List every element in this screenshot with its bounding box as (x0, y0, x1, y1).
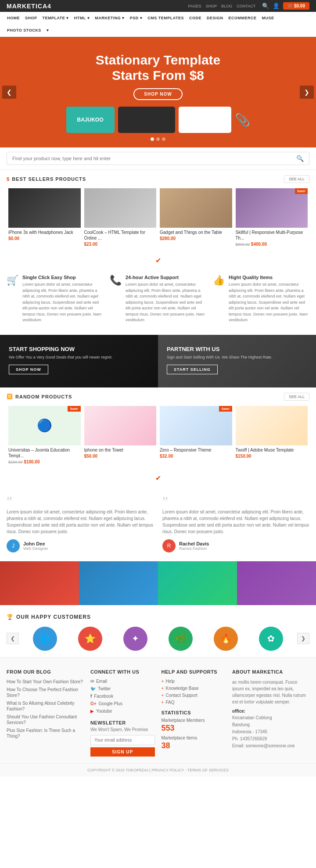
author-2-name: Rachel Davis (179, 541, 209, 546)
product-image-2[interactable] (84, 188, 157, 228)
dollar-icon: $ (7, 176, 10, 182)
help-link-3[interactable]: +Contact Support (162, 693, 226, 698)
random-product-image-4[interactable] (236, 406, 308, 445)
random-product-price-4: $150.00 (236, 454, 308, 459)
pages-link[interactable]: PAGES (188, 4, 201, 8)
facebook-link[interactable]: f Facebook (90, 694, 155, 699)
blog-title: FROM OUR BLOG (7, 669, 84, 674)
product-image-4[interactable]: Sale! (236, 188, 308, 228)
banner-1-cta[interactable]: SHOP NOW (9, 365, 48, 374)
nav-code[interactable]: CODE (187, 12, 204, 24)
random-product-image-3[interactable]: Sale! (160, 406, 232, 445)
customer-logo-1[interactable]: 🌐 (33, 627, 57, 651)
search-container: 🔍 (7, 152, 309, 165)
testimonial-1-text: Lorem ipsum dolor sit amet, consectetur … (7, 509, 154, 535)
hero-prev-button[interactable]: ❮ (2, 86, 16, 99)
customer-logo-4[interactable]: 🌿 (169, 627, 193, 651)
cart-button[interactable]: 🛒 $0.00 (283, 2, 309, 10)
nav-design[interactable]: DESIGN (204, 12, 226, 24)
hero-dot-3[interactable] (162, 137, 165, 141)
random-product-image-2[interactable] (84, 406, 157, 445)
hero-cta-button[interactable]: SHOP NOW (133, 88, 182, 100)
random-product-item-4: Twoiff | Adobe Muse Template $150.00 (234, 404, 310, 466)
help-link-2[interactable]: +Knowledge Base (162, 686, 226, 691)
nav-ecommerce[interactable]: ECOMMERCE (226, 12, 259, 24)
product-item: CoolCook – HTML Template for Online ... … (83, 187, 158, 248)
testimonial-1-author: J John Dee Web Designer (7, 539, 154, 552)
footer-connect: CONNECT WITH US ✉ Email 🐦 Twitter f Face… (90, 669, 155, 757)
product-item: Sale! Skillful | Responsive Multi-Purpos… (234, 187, 310, 248)
customer-logo-2[interactable]: ⭐ (78, 627, 102, 651)
customers-prev[interactable]: ❮ (7, 633, 19, 644)
customer-logo-5[interactable]: 🔥 (214, 627, 238, 651)
testimonials-section: " Lorem ipsum dolor sit amet, consectetu… (0, 486, 316, 561)
help-link-1[interactable]: +Help (162, 679, 226, 684)
checkmark-divider-2: ✔ (0, 470, 316, 486)
help-link-4[interactable]: +FAQ (162, 700, 226, 705)
random-see-all[interactable]: SEE ALL (284, 393, 309, 401)
newsletter-button[interactable]: SIGN UP (90, 747, 155, 757)
nav-more[interactable]: ▾ (44, 24, 51, 36)
feature-3-text: Lorem ipsum dolor sit amet, consectetur … (229, 282, 309, 323)
blog-link-5[interactable]: Plus Size Fashion: Is There Such a Thing… (7, 728, 84, 739)
customer-logo-3[interactable]: ✦ (123, 627, 147, 651)
blog-link-3[interactable]: What is So Alluring About Celebrity Fash… (7, 700, 84, 712)
gallery-item-3[interactable] (158, 561, 237, 605)
hero-dot-1[interactable] (151, 137, 154, 141)
customers-section: 🏆 OUR HAPPY CUSTOMERS ❮ 🌐 ⭐ ✦ 🌿 🔥 ✿ ❯ (0, 605, 316, 657)
gallery-item-1[interactable] (0, 561, 79, 605)
hero-next-button[interactable]: ❯ (300, 86, 314, 99)
nav-template[interactable]: TEMPLATE ▾ (40, 12, 72, 24)
newsletter-input[interactable] (90, 735, 155, 745)
hero-dot-2[interactable] (156, 137, 160, 141)
footer-blog: FROM OUR BLOG How To Start Your Own Fash… (7, 669, 84, 757)
feature-1-text: Lorem ipsum dolor sit amet, consectetur … (22, 282, 103, 323)
customers-next[interactable]: ❯ (297, 633, 309, 644)
bestsellers-see-all[interactable]: SEE ALL (284, 175, 309, 183)
blog-link[interactable]: BLOG (221, 4, 232, 8)
feature-1-title: Single Click Easy Shop (22, 275, 103, 280)
contact-link[interactable]: CONTACT (237, 4, 255, 8)
gallery-item-2[interactable] (79, 561, 158, 605)
hero-cards: BAJUKOO 📎 (9, 107, 307, 133)
shop-link[interactable]: SHOP (206, 4, 217, 8)
random-product-price-1: $150.00 $100.00 (8, 459, 81, 464)
nav-muse[interactable]: MUSE (259, 12, 277, 24)
nav-photo[interactable]: PHOTO STOCKS (4, 24, 44, 36)
quote-mark-1: " (7, 495, 154, 509)
nav-marketing[interactable]: MARKETING ▾ (92, 12, 127, 24)
blog-link-1[interactable]: How To Start Your Own Fashion Store? (7, 679, 84, 685)
customer-logo-6[interactable]: ✿ (259, 627, 283, 651)
random-product-item-3: Sale! Zero – Responsive Theme $32.00 (158, 404, 234, 466)
product-price: $280.00 (160, 236, 232, 241)
product-image-3[interactable] (160, 188, 232, 228)
blog-link-4[interactable]: Should You Use Fashion Consultant Servic… (7, 714, 84, 725)
office-address: Kecamatan Coblong Bandung Indonesia - 17… (232, 714, 309, 750)
nav-psd[interactable]: PSD ▾ (127, 12, 145, 24)
email-link[interactable]: ✉ Email (90, 679, 155, 684)
random-product-image-1[interactable]: 🔵 Sale! (8, 406, 81, 445)
banner-2-cta[interactable]: START SELLING (167, 365, 218, 374)
search-icon[interactable]: 🔍 (296, 155, 304, 162)
nav-cms[interactable]: CMS TEMPLATES (145, 12, 187, 24)
user-icon[interactable]: 👤 (273, 3, 280, 9)
twitter-link[interactable]: 🐦 Twitter (90, 686, 155, 691)
feature-2-title: 24-hour Active Support (126, 275, 206, 280)
product-name: iPhone 3s with Headphones Jack (8, 230, 81, 235)
nav-home[interactable]: HOME (4, 12, 22, 24)
blog-link-2[interactable]: How To Choose The Perfect Fashion Store? (7, 687, 84, 698)
gplus-link[interactable]: G+ Google Plus (90, 701, 155, 706)
hero-card-dark (118, 107, 175, 133)
gallery-item-4[interactable] (237, 561, 316, 605)
bestsellers-title: $ BEST SELLERS PRODUCTS (7, 176, 86, 182)
hero-title: Stationary Template (9, 52, 307, 68)
nav-html[interactable]: HTML ▾ (72, 12, 92, 24)
nav-shop[interactable]: SHOP (22, 12, 40, 24)
search-icon[interactable]: 🔍 (262, 3, 269, 9)
testimonial-2-author: R Rachel Davis Ramos Fashion (162, 539, 309, 552)
random-product-name-1: Universitas – Joomla Education Templ... (8, 447, 81, 459)
bestsellers-header: $ BEST SELLERS PRODUCTS SEE ALL (0, 170, 316, 187)
youtube-link[interactable]: ▶ Youtube (90, 709, 155, 714)
product-image-1[interactable] (8, 188, 81, 228)
search-input[interactable] (12, 156, 296, 161)
